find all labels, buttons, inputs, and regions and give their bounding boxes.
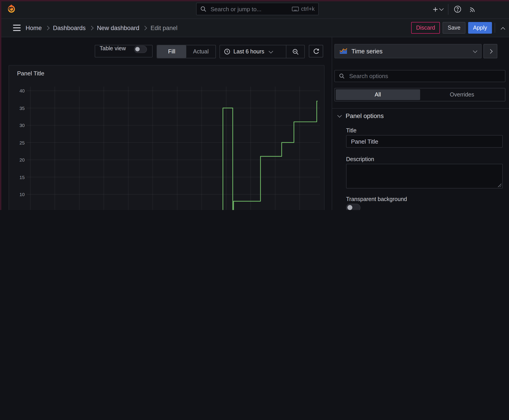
toggle-viz-pane-button[interactable] xyxy=(483,44,497,58)
breadcrumb-dashboards[interactable]: Dashboards xyxy=(53,24,86,31)
y-tick-label: 20 xyxy=(20,157,25,162)
chevron-down-icon xyxy=(269,49,273,53)
y-axis-labels: 0510152025303540 xyxy=(13,66,25,210)
y-tick-label: 10 xyxy=(20,192,25,197)
clock-icon xyxy=(224,48,230,55)
section-panel-options[interactable]: Panel options xyxy=(338,112,384,119)
section-divider xyxy=(332,108,509,109)
page-header: Home Dashboards New dashboard Edit panel… xyxy=(0,19,509,37)
y-tick-label: 30 xyxy=(20,122,25,128)
timeseries-viz-icon xyxy=(339,48,347,54)
panel-title-input[interactable] xyxy=(346,135,503,148)
help-icon[interactable] xyxy=(451,3,464,15)
global-search[interactable]: ctrl+k xyxy=(196,3,319,15)
options-tab-overrides[interactable]: Overrides xyxy=(420,89,504,100)
options-pane: Time series All Overrides Panel options … xyxy=(332,37,509,210)
y-tick-label: 5 xyxy=(22,209,25,210)
menu-toggle[interactable] xyxy=(11,22,23,33)
news-rss-icon[interactable] xyxy=(466,3,479,15)
table-view-toggle[interactable] xyxy=(134,46,147,53)
title-field-label: Title xyxy=(346,128,356,134)
zoom-out-time-button[interactable] xyxy=(286,45,304,58)
visualization-picker[interactable]: Time series xyxy=(334,44,482,58)
collapse-header-icon[interactable] xyxy=(498,22,508,34)
table-view-control: Table view xyxy=(95,45,153,57)
breadcrumb-separator-icon xyxy=(143,26,147,30)
section-title: Panel options xyxy=(346,112,384,119)
top-nav: ctrl+k xyxy=(0,0,509,19)
fill-actual-switch: Fill Actual xyxy=(157,45,216,58)
search-icon xyxy=(200,6,206,12)
breadcrumb-separator-icon xyxy=(45,26,50,30)
y-tick-label: 15 xyxy=(20,174,25,180)
y-tick-label: 40 xyxy=(20,88,25,93)
time-range-picker[interactable]: Last 6 hours xyxy=(220,45,286,58)
time-range-label: Last 6 hours xyxy=(233,48,264,55)
search-icon xyxy=(339,73,345,79)
actual-option[interactable]: Actual xyxy=(186,45,215,58)
options-search-input[interactable] xyxy=(348,72,501,80)
options-tab-all[interactable]: All xyxy=(336,89,420,100)
grafana-logo[interactable] xyxy=(6,4,17,14)
actions-divider xyxy=(495,23,495,33)
time-series-chart xyxy=(26,87,320,210)
fill-option[interactable]: Fill xyxy=(157,45,186,58)
table-view-label: Table view xyxy=(100,45,126,57)
y-tick-label: 25 xyxy=(20,140,25,145)
options-tabs: All Overrides xyxy=(334,88,505,101)
search-shortcut: ctrl+k xyxy=(301,6,315,12)
options-search[interactable] xyxy=(334,70,505,82)
topnav-actions xyxy=(430,0,492,18)
breadcrumb-new-dashboard[interactable]: New dashboard xyxy=(97,24,139,31)
topnav-divider xyxy=(448,4,448,15)
chevron-down-icon xyxy=(337,113,342,117)
refresh-button[interactable] xyxy=(309,45,323,57)
transparent-bg-label: Transparent background xyxy=(346,196,407,202)
breadcrumb: Home Dashboards New dashboard Edit panel xyxy=(26,19,177,37)
transparent-bg-toggle[interactable] xyxy=(346,204,360,210)
breadcrumb-home[interactable]: Home xyxy=(26,24,42,31)
search-input[interactable] xyxy=(210,5,292,13)
apply-button[interactable]: Apply xyxy=(468,22,492,34)
breadcrumb-separator-icon xyxy=(89,26,94,30)
grafana-edit-panel: ctrl+k xyxy=(0,0,509,210)
edit-actions: Discard Save Apply xyxy=(411,22,508,34)
discard-button[interactable]: Discard xyxy=(411,22,440,34)
chart-panel[interactable]: Panel Title 0510152025303540 15:3016:001… xyxy=(8,65,325,210)
breadcrumb-edit-panel: Edit panel xyxy=(151,24,177,31)
y-tick-label: 35 xyxy=(20,105,25,111)
window-frame-top xyxy=(0,0,509,1)
save-button[interactable]: Save xyxy=(443,22,465,34)
description-field-label: Description xyxy=(346,156,374,162)
add-new-button[interactable] xyxy=(430,3,445,15)
time-range-group: Last 6 hours xyxy=(220,45,305,58)
keyboard-icon xyxy=(292,6,299,12)
panel-description-textarea[interactable] xyxy=(346,164,503,188)
visualization-value: Time series xyxy=(351,48,470,54)
chevron-down-icon xyxy=(473,48,477,53)
window-frame-left xyxy=(0,0,1,210)
resize-handle-icon[interactable] xyxy=(498,184,501,187)
